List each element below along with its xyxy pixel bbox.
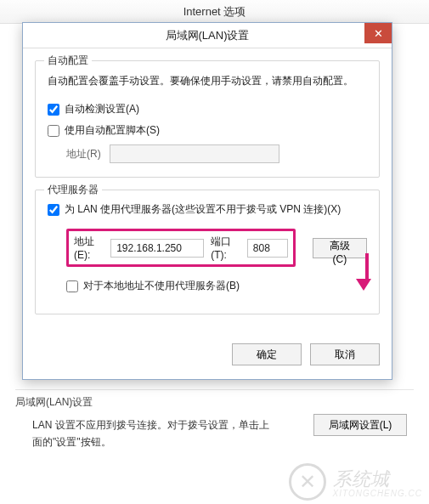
proxy-addr-label: 地址(E): [74, 235, 104, 261]
lan-settings-button[interactable]: 局域网设置(L) [313, 414, 407, 436]
watermark-logo-icon: ✕ [289, 463, 326, 501]
auto-script-addr-row: 地址(R) [66, 144, 367, 163]
proxy-enable-label: 为 LAN 使用代理服务器(这些设置不用于拨号或 VPN 连接)(X) [65, 202, 341, 217]
lan-settings-section: 局域网(LAN)设置 LAN 设置不应用到拨号连接。对于拨号设置，单击上面的"设… [15, 389, 414, 451]
proxy-addr-input[interactable] [110, 239, 204, 258]
dialog-title: 局域网(LAN)设置 [166, 28, 250, 43]
advanced-button[interactable]: 高级(C) [313, 238, 367, 258]
auto-script-label: 使用自动配置脚本(S) [65, 123, 160, 138]
proxy-port-label: 端口(T): [211, 235, 240, 261]
proxy-legend: 代理服务器 [44, 183, 102, 197]
proxy-bypass-row: 对于本地地址不使用代理服务器(B) [66, 279, 367, 293]
lan-section-desc: LAN 设置不应用到拨号连接。对于拨号设置，单击上面的"设置"按钮。 [15, 416, 270, 451]
cancel-button[interactable]: 取消 [310, 343, 380, 365]
proxy-group: 代理服务器 为 LAN 使用代理服务器(这些设置不用于拨号或 VPN 连接)(X… [35, 190, 380, 314]
auto-detect-label: 自动检测设置(A) [65, 102, 139, 116]
proxy-address-row: 地址(E): 端口(T): 高级(C) [66, 229, 367, 267]
proxy-enable-checkbox[interactable] [48, 204, 59, 216]
parent-title: Internet 选项 [183, 4, 246, 20]
close-button[interactable]: ✕ [364, 23, 392, 43]
auto-script-addr-input [110, 144, 279, 163]
dialog-actions: 确定 取消 [23, 331, 392, 379]
dialog-body: 自动配置 自动配置会覆盖手动设置。要确保使用手动设置，请禁用自动配置。 自动检测… [23, 48, 392, 331]
auto-script-addr-label: 地址(R) [66, 147, 101, 161]
parent-titlebar: Internet 选项 [0, 0, 429, 24]
proxy-port-input[interactable] [247, 239, 288, 258]
close-icon: ✕ [374, 27, 383, 40]
auto-script-checkbox[interactable] [48, 125, 59, 137]
auto-config-desc: 自动配置会覆盖手动设置。要确保使用手动设置，请禁用自动配置。 [48, 73, 367, 88]
lan-settings-dialog: 局域网(LAN)设置 ✕ 自动配置 自动配置会覆盖手动设置。要确保使用手动设置，… [22, 22, 392, 380]
auto-detect-row: 自动检测设置(A) [48, 102, 367, 116]
lan-section-label: 局域网(LAN)设置 [15, 395, 414, 410]
proxy-bypass-checkbox[interactable] [66, 280, 78, 292]
watermark: ✕ 系统城 XITONGCHENG.CC [289, 463, 423, 501]
proxy-highlight-box: 地址(E): 端口(T): [66, 229, 296, 267]
auto-detect-checkbox[interactable] [48, 104, 59, 116]
auto-config-group: 自动配置 自动配置会覆盖手动设置。要确保使用手动设置，请禁用自动配置。 自动检测… [35, 60, 380, 178]
proxy-bypass-label: 对于本地地址不使用代理服务器(B) [83, 279, 240, 293]
dialog-titlebar[interactable]: 局域网(LAN)设置 ✕ [23, 23, 392, 48]
ok-button[interactable]: 确定 [232, 343, 302, 365]
auto-script-row: 使用自动配置脚本(S) [48, 123, 367, 138]
watermark-subtext: XITONGCHENG.CC [333, 489, 423, 498]
proxy-enable-row: 为 LAN 使用代理服务器(这些设置不用于拨号或 VPN 连接)(X) [48, 202, 367, 217]
watermark-text: 系统城 [333, 468, 389, 490]
auto-config-legend: 自动配置 [44, 54, 92, 68]
